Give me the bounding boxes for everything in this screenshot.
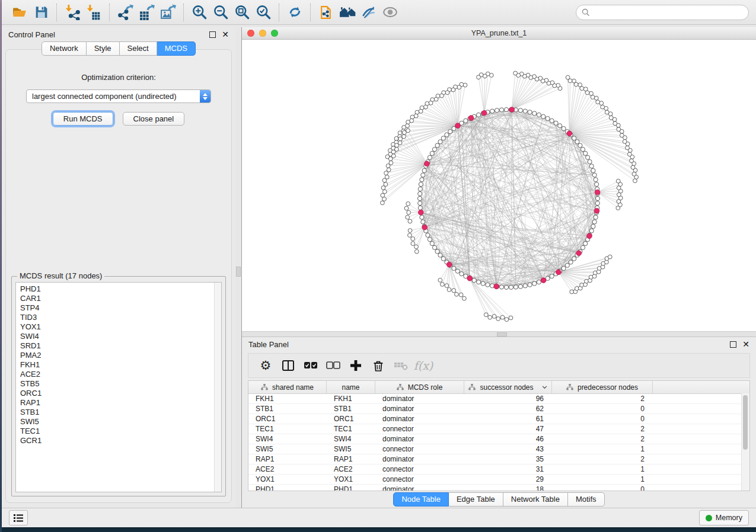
- shared-column-icon: [397, 384, 404, 390]
- open-file-button[interactable]: [9, 3, 30, 22]
- zoom-in-icon: [192, 4, 208, 20]
- column-header-successor-nodes[interactable]: successor nodes: [464, 381, 552, 393]
- list-item[interactable]: CAR1: [20, 294, 214, 303]
- search-input[interactable]: [594, 7, 743, 17]
- minimize-window-button[interactable]: [259, 30, 266, 37]
- vertical-splitter[interactable]: [235, 27, 242, 508]
- memory-button[interactable]: Memory: [699, 510, 749, 525]
- table-row[interactable]: SWI4SWI4dominator462: [248, 434, 749, 444]
- delete-columns-button[interactable]: [367, 355, 390, 376]
- table-cell: FKH1: [248, 395, 327, 403]
- table-cell: ACE2: [248, 465, 327, 473]
- list-item[interactable]: TEC1: [20, 427, 214, 436]
- table-cell: ORC1: [327, 415, 375, 423]
- splitter-grip[interactable]: [236, 267, 241, 277]
- list-item[interactable]: STB1: [20, 408, 214, 417]
- export-image-button[interactable]: [157, 3, 178, 22]
- share-network-button[interactable]: [315, 3, 337, 22]
- apply-function-button[interactable]: f(x): [412, 355, 435, 376]
- network-graph[interactable]: [242, 40, 756, 331]
- toolbar-separator: [279, 4, 279, 21]
- list-item[interactable]: STB5: [20, 379, 214, 389]
- close-panel-icon[interactable]: ✕: [222, 31, 229, 37]
- table-row[interactable]: SWI5SWI5connector431: [248, 444, 749, 454]
- list-item[interactable]: SWI5: [20, 417, 214, 427]
- zoom-in-button[interactable]: [189, 3, 210, 22]
- list-item[interactable]: SWI4: [20, 332, 214, 341]
- toggle-column-view-button[interactable]: [277, 355, 299, 376]
- open-folder-icon: [12, 5, 27, 20]
- mcds-tab-content: Optimization criterion: largest connecte…: [5, 49, 232, 503]
- apply-layout-button[interactable]: [284, 3, 305, 22]
- table-cell: YOX1: [327, 475, 375, 483]
- table-row[interactable]: TEC1TEC1connector472: [248, 424, 749, 434]
- delete-table-button[interactable]: [390, 355, 412, 376]
- tab-motifs[interactable]: Motifs: [568, 492, 605, 507]
- tab-edge-table[interactable]: Edge Table: [449, 492, 503, 507]
- list-item[interactable]: RAP1: [20, 398, 214, 408]
- houses-icon: [339, 4, 356, 20]
- list-item[interactable]: PMA2: [20, 351, 214, 360]
- deselect-all-rows-button[interactable]: [322, 355, 344, 376]
- list-item[interactable]: STP4: [20, 303, 214, 313]
- table-scrollbar-thumb[interactable]: [743, 395, 748, 450]
- search-box[interactable]: [576, 5, 749, 20]
- close-panel-icon[interactable]: ✕: [742, 341, 749, 347]
- list-item[interactable]: YOX1: [20, 322, 214, 332]
- float-panel-icon[interactable]: [209, 31, 216, 38]
- maximize-window-button[interactable]: [271, 30, 278, 37]
- list-item[interactable]: ORC1: [20, 389, 214, 398]
- horizontal-splitter[interactable]: [242, 331, 756, 337]
- shared-column-icon: [468, 384, 476, 390]
- tab-network[interactable]: Network: [42, 41, 87, 56]
- export-table-button[interactable]: [136, 3, 157, 22]
- export-network-button[interactable]: [114, 3, 136, 22]
- table-cell: TEC1: [327, 425, 375, 433]
- table-row[interactable]: ACE2ACE2connector311: [248, 464, 749, 475]
- list-item[interactable]: GCR1: [20, 436, 214, 446]
- tab-style[interactable]: Style: [87, 41, 120, 56]
- tab-network-table[interactable]: Network Table: [503, 492, 568, 507]
- splitter-grip[interactable]: [497, 332, 507, 336]
- import-table-button[interactable]: [83, 3, 104, 22]
- birds-eye-view-button[interactable]: [379, 3, 401, 22]
- close-panel-button[interactable]: Close panel: [123, 112, 185, 126]
- table-row[interactable]: ORC1ORC1dominator610: [248, 414, 749, 424]
- network-canvas[interactable]: [242, 40, 756, 331]
- table-row[interactable]: RAP1RAP1dominator352: [248, 454, 749, 464]
- run-mcds-button[interactable]: Run MCDS: [53, 112, 113, 126]
- search-networks-home-button[interactable]: [337, 3, 358, 22]
- tab-node-table[interactable]: Node Table: [393, 492, 449, 507]
- table-settings-button[interactable]: ⚙: [254, 355, 277, 376]
- task-history-button[interactable]: [9, 510, 28, 525]
- result-list-scrollbar[interactable]: [214, 283, 221, 492]
- list-item[interactable]: SRD1: [20, 341, 214, 351]
- list-item[interactable]: PHD1: [20, 284, 214, 294]
- column-header-mcds-role[interactable]: MCDS role: [375, 381, 464, 393]
- column-header-name[interactable]: name: [327, 381, 375, 393]
- table-row[interactable]: YOX1YOX1connector291: [248, 475, 749, 485]
- zoom-selected-button[interactable]: [253, 3, 274, 22]
- float-panel-icon[interactable]: [730, 341, 736, 348]
- list-item[interactable]: FKH1: [20, 360, 214, 370]
- tab-mcds[interactable]: MCDS: [157, 41, 196, 56]
- table-cell: connector: [375, 425, 464, 433]
- select-all-rows-button[interactable]: [299, 355, 322, 376]
- table-scrollbar[interactable]: [741, 393, 749, 491]
- list-item[interactable]: TID3: [20, 313, 214, 322]
- column-header-predecessor-nodes[interactable]: predecessor nodes: [552, 381, 653, 393]
- save-session-button[interactable]: [30, 3, 52, 22]
- table-row[interactable]: FKH1FKH1dominator962: [248, 394, 749, 404]
- toggle-graphics-details-button[interactable]: [358, 3, 379, 22]
- zoom-fit-button[interactable]: [231, 3, 253, 22]
- list-item[interactable]: ACE2: [20, 370, 214, 379]
- create-new-column-button[interactable]: [344, 355, 367, 376]
- close-window-button[interactable]: [247, 30, 254, 37]
- optimization-criterion-select[interactable]: largest connected component (undirected): [26, 89, 211, 103]
- tab-select[interactable]: Select: [120, 41, 157, 56]
- import-network-button[interactable]: [62, 3, 83, 22]
- table-row[interactable]: PHD1PHD1dominator180: [248, 485, 749, 491]
- table-row[interactable]: STB1STB1dominator620: [248, 404, 749, 414]
- zoom-out-button[interactable]: [210, 3, 231, 22]
- column-header-shared-name[interactable]: shared name: [248, 381, 327, 393]
